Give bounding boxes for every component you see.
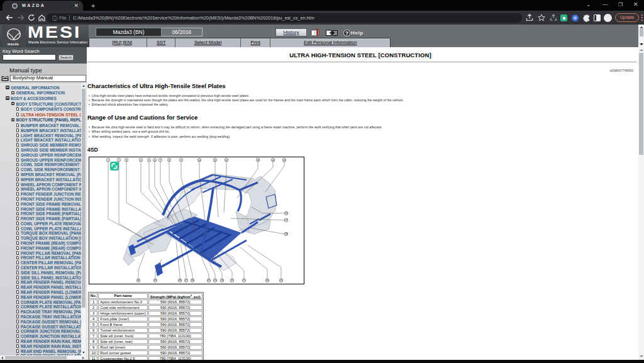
svg-text:26: 26: [191, 279, 194, 282]
svg-text:9: 9: [180, 159, 182, 161]
svg-text:17: 17: [285, 219, 287, 221]
svg-text:15: 15: [283, 159, 286, 161]
svg-text:5: 5: [148, 159, 150, 161]
svg-text:3: 3: [126, 159, 127, 161]
svg-text:14: 14: [272, 159, 274, 161]
svg-text:11: 11: [214, 159, 216, 161]
svg-text:12: 12: [225, 159, 228, 161]
svg-text:28: 28: [179, 279, 181, 282]
svg-text:6: 6: [154, 159, 155, 161]
svg-text:25: 25: [208, 279, 210, 282]
svg-text:8: 8: [169, 159, 170, 161]
svg-text:18: 18: [285, 233, 287, 235]
svg-text:27: 27: [185, 279, 187, 282]
svg-text:7: 7: [160, 159, 161, 161]
svg-text:22: 22: [231, 279, 233, 282]
svg-text:24: 24: [214, 279, 216, 282]
svg-text:1: 1: [108, 159, 109, 161]
svg-text:21: 21: [243, 279, 245, 282]
svg-text:16: 16: [285, 212, 287, 215]
svg-text:2: 2: [118, 159, 119, 161]
svg-text:10: 10: [198, 159, 201, 161]
svg-text:20: 20: [266, 279, 269, 282]
svg-text:30: 30: [137, 279, 140, 282]
svg-text:23: 23: [221, 279, 223, 282]
svg-text:29: 29: [154, 279, 157, 282]
svg-text:4: 4: [140, 159, 142, 161]
svg-text:13: 13: [257, 159, 259, 161]
svg-text:19: 19: [280, 279, 282, 282]
